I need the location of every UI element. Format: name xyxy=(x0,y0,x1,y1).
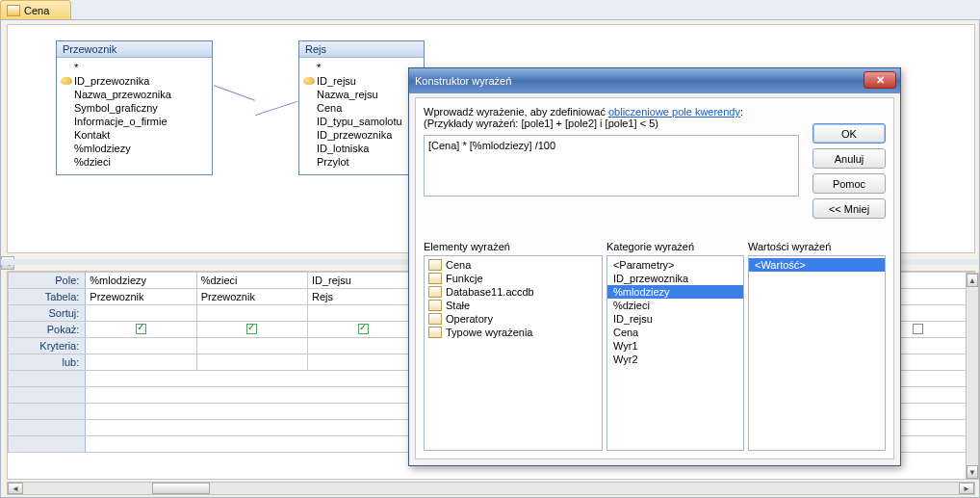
tree-item[interactable]: Operatory xyxy=(425,312,602,326)
tree-item[interactable]: Cena xyxy=(425,258,602,272)
query-tab[interactable]: Cena xyxy=(0,0,71,19)
query-icon xyxy=(7,5,20,16)
show-checkbox[interactable] xyxy=(307,322,418,338)
grid-cell[interactable]: ID_rejsu xyxy=(307,273,418,289)
show-checkbox[interactable] xyxy=(86,322,196,338)
field-item[interactable]: %mlodziezy xyxy=(61,142,208,155)
relationship-line[interactable] xyxy=(255,101,297,116)
tree-item[interactable]: Stałe xyxy=(425,299,602,312)
field-item[interactable]: Cena xyxy=(303,101,420,115)
table-icon xyxy=(428,259,442,271)
help-button[interactable]: Pomoc xyxy=(812,173,886,194)
table-przewoznik[interactable]: Przewoznik * ID_przewoznika Nazwa_przewo… xyxy=(56,40,213,175)
categories-label: Kategorie wyrażeń xyxy=(606,241,744,252)
table-title: Przewoznik xyxy=(57,41,212,58)
list-item[interactable]: Cena xyxy=(607,326,743,339)
field-item[interactable]: Kontakt xyxy=(61,128,208,142)
arrow-left-icon[interactable]: ◄ xyxy=(8,483,23,494)
arrow-up-icon[interactable]: ▲ xyxy=(967,274,978,287)
list-item[interactable]: Wyr2 xyxy=(607,353,743,366)
query-tab-label: Cena xyxy=(24,5,49,16)
row-label-sort: Sortuj: xyxy=(9,305,86,322)
grid-cell[interactable]: Przewoznik xyxy=(86,289,196,305)
check-icon xyxy=(913,324,923,334)
field-item[interactable]: Nazwa_przewoznika xyxy=(61,88,208,101)
table-field-list: * ID_przewoznika Nazwa_przewoznika Symbo… xyxy=(57,58,212,174)
tree-item[interactable]: +Database11.accdb xyxy=(425,285,602,299)
field-item[interactable]: Informacje_o_firmie xyxy=(61,115,208,128)
list-item[interactable]: Wyr1 xyxy=(607,339,743,353)
grid-hscroll[interactable]: ◄ ► xyxy=(7,482,975,495)
arrow-down-icon[interactable]: ▼ xyxy=(967,465,978,479)
grid-cell[interactable]: Przewoznik xyxy=(196,289,307,305)
field-item[interactable]: Symbol_graficzny xyxy=(61,101,208,115)
table-title: Rejs xyxy=(299,41,424,58)
field-item[interactable]: Przylot xyxy=(303,155,420,169)
check-icon xyxy=(358,324,369,334)
table-field-list: * ID_rejsu Nazwa_rejsu Cena ID_typu_samo… xyxy=(299,58,424,174)
list-item[interactable]: ID_rejsu xyxy=(607,312,743,326)
grid-cell[interactable]: %dzieci xyxy=(196,273,307,289)
field-item-pk[interactable]: ID_rejsu xyxy=(303,74,420,88)
list-item[interactable]: <Parametry> xyxy=(607,258,743,272)
expression-builder-dialog: Konstruktor wyrażeń ✕ Wprowadź wyrażenie… xyxy=(408,67,901,466)
ok-button[interactable]: OK xyxy=(812,123,886,144)
values-label: Wartości wyrażeń xyxy=(748,241,886,252)
dialog-titlebar[interactable]: Konstruktor wyrażeń ✕ xyxy=(409,68,900,93)
field-item[interactable]: * xyxy=(61,61,208,74)
field-item[interactable]: ID_lotniska xyxy=(303,142,420,155)
field-item[interactable]: %dzieci xyxy=(61,155,208,169)
dialog-title: Konstruktor wyrażeń xyxy=(415,75,511,87)
row-label-show: Pokaż: xyxy=(9,322,86,338)
tree-item[interactable]: +Funkcje xyxy=(425,272,602,285)
values-list[interactable]: <Wartość> xyxy=(748,255,886,451)
elements-label: Elementy wyrażeń xyxy=(424,241,603,252)
close-button[interactable]: ✕ xyxy=(864,71,896,89)
categories-list[interactable]: <Parametry> ID_przewoznika %mlodziezy %d… xyxy=(606,255,744,451)
row-label-field: Pole: xyxy=(9,273,86,289)
scroll-thumb[interactable] xyxy=(152,483,210,494)
show-checkbox[interactable] xyxy=(196,322,307,338)
list-item[interactable]: %dzieci xyxy=(607,299,743,312)
intro-link[interactable]: obliczeniowe pole kwerendy xyxy=(608,106,740,118)
row-label-table: Tabela: xyxy=(9,289,86,305)
grid-vscroll[interactable]: ▲ ▼ xyxy=(966,273,979,480)
cancel-button[interactable]: Anuluj xyxy=(812,148,886,169)
row-label-or: lub: xyxy=(9,354,86,371)
check-icon xyxy=(136,324,146,334)
relationship-line[interactable] xyxy=(214,85,255,100)
grid-cell[interactable]: Rejs xyxy=(307,289,418,305)
field-item[interactable]: Nazwa_rejsu xyxy=(303,88,420,101)
list-item[interactable]: ID_przewoznika xyxy=(607,272,743,285)
field-item[interactable]: ID_typu_samolotu xyxy=(303,115,420,128)
arrow-right-icon[interactable]: ► xyxy=(959,483,974,494)
less-button[interactable]: << Mniej xyxy=(812,198,886,219)
dialog-intro: Wprowadź wyrażenie, aby zdefiniować obli… xyxy=(424,106,886,118)
field-item[interactable]: ID_przewoznika xyxy=(303,128,420,142)
list-item-selected[interactable]: <Wartość> xyxy=(749,258,885,272)
elements-tree[interactable]: Cena +Funkcje +Database11.accdb Stałe Op… xyxy=(424,255,603,451)
table-rejs[interactable]: Rejs * ID_rejsu Nazwa_rejsu Cena ID_typu… xyxy=(298,40,425,175)
op-icon xyxy=(428,313,442,325)
check-icon xyxy=(246,324,257,334)
field-item-pk[interactable]: ID_przewoznika xyxy=(61,74,208,88)
row-label-criteria: Kryteria: xyxy=(9,338,86,354)
db-icon xyxy=(428,286,442,298)
const-icon xyxy=(428,300,442,311)
expr-icon xyxy=(428,327,442,338)
list-item-selected[interactable]: %mlodziezy xyxy=(607,285,743,299)
field-item[interactable]: * xyxy=(303,61,420,74)
close-icon: ✕ xyxy=(876,74,885,87)
fx-icon xyxy=(428,273,442,284)
tree-item[interactable]: Typowe wyrażenia xyxy=(425,326,602,339)
expression-input[interactable] xyxy=(424,135,799,197)
grid-cell[interactable]: %mlodziezy xyxy=(86,273,196,289)
